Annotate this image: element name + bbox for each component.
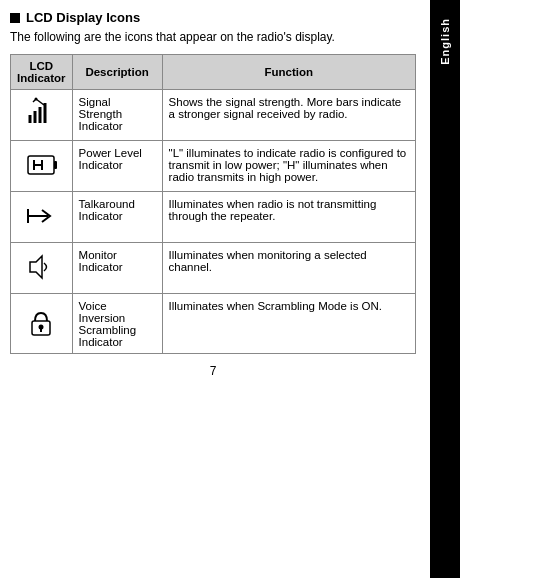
- col-header-function: Function: [162, 54, 415, 89]
- table-row: Power Level Indicator"L" illuminates to …: [11, 140, 416, 191]
- svg-marker-14: [30, 256, 42, 278]
- table-row: Talkaround IndicatorIlluminates when rad…: [11, 191, 416, 242]
- table-row: Monitor IndicatorIlluminates when monito…: [11, 242, 416, 293]
- icon-cell: [11, 191, 73, 242]
- page-wrapper: LCD Display Icons The following are the …: [0, 0, 554, 578]
- table-header-row: LCDIndicator Description Function: [11, 54, 416, 89]
- svg-point-6: [35, 97, 38, 100]
- sidebar: English: [430, 0, 460, 578]
- col-header-indicator: LCDIndicator: [11, 54, 73, 89]
- function-cell: Illuminates when Scrambling Mode is ON.: [162, 293, 415, 353]
- icon-cell: [11, 293, 73, 353]
- section-title: LCD Display Icons: [26, 10, 140, 25]
- page-number: 7: [10, 364, 416, 378]
- icon-cell: [11, 242, 73, 293]
- table-row: Signal Strength IndicatorShows the signa…: [11, 89, 416, 140]
- intro-text: The following are the icons that appear …: [10, 29, 416, 46]
- col-header-description: Description: [72, 54, 162, 89]
- svg-rect-8: [54, 161, 57, 169]
- description-cell: Voice Inversion Scrambling Indicator: [72, 293, 162, 353]
- description-cell: Power Level Indicator: [72, 140, 162, 191]
- description-cell: Talkaround Indicator: [72, 191, 162, 242]
- lcd-icons-table: LCDIndicator Description Function Signal…: [10, 54, 416, 354]
- function-cell: "L" illuminates to indicate radio is con…: [162, 140, 415, 191]
- section-header: LCD Display Icons: [10, 10, 416, 25]
- function-cell: Illuminates when radio is not transmitti…: [162, 191, 415, 242]
- function-cell: Shows the signal strength. More bars ind…: [162, 89, 415, 140]
- function-cell: Illuminates when monitoring a selected c…: [162, 242, 415, 293]
- table-row: Voice Inversion Scrambling IndicatorIllu…: [11, 293, 416, 353]
- description-cell: Signal Strength Indicator: [72, 89, 162, 140]
- icon-cell: [11, 89, 73, 140]
- description-cell: Monitor Indicator: [72, 242, 162, 293]
- main-content: LCD Display Icons The following are the …: [0, 0, 430, 578]
- icon-cell: [11, 140, 73, 191]
- svg-point-16: [39, 325, 44, 330]
- svg-line-4: [36, 99, 44, 105]
- sidebar-label: English: [439, 18, 451, 65]
- bullet-icon: [10, 13, 20, 23]
